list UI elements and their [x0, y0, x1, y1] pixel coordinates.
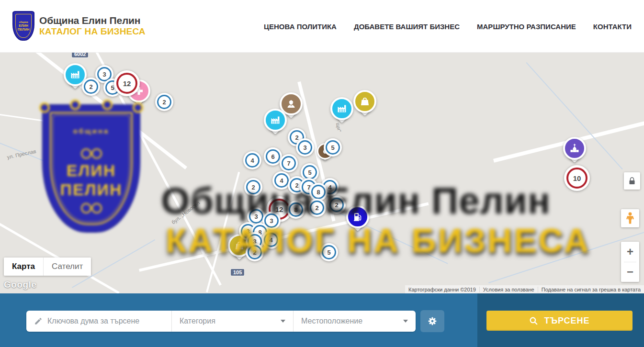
cluster-marker[interactable]: 10	[564, 165, 590, 191]
cluster-marker[interactable]: 5	[324, 138, 342, 157]
nav-route-schedule[interactable]: МАРШРУТНО РАЗПИСАНИЕ	[477, 22, 576, 31]
crest-text: община	[19, 20, 28, 24]
cluster-marker[interactable]: 5	[320, 243, 338, 261]
cluster-marker[interactable]: 2	[82, 78, 100, 96]
advanced-settings-button[interactable]	[420, 310, 444, 332]
map-type-satellite-button[interactable]: Сателит	[44, 257, 91, 276]
lock-icon	[629, 177, 635, 185]
street-view-pegman-button[interactable]	[621, 209, 639, 227]
pin-church-marker[interactable]	[563, 137, 586, 160]
main-nav: ЦЕНОВА ПОЛИТИКА ДОБАВЕТЕ ВАШИЯТ БИЗНЕС М…	[264, 0, 632, 53]
municipality-crest-icon: община ЕЛИН ПЕЛИН	[12, 11, 34, 41]
zoom-in-button[interactable]: +	[621, 242, 639, 262]
factory-icon	[336, 103, 348, 114]
search-bar: Категория Местоположение	[0, 293, 644, 347]
search-fields: Категория Местоположение	[26, 311, 416, 332]
nav-contacts[interactable]: КОНТАКТИ	[593, 22, 632, 31]
pin-factory-marker[interactable]	[330, 97, 353, 120]
nav-pricing[interactable]: ЦЕНОВА ПОЛИТИКА	[264, 22, 337, 31]
street-name-label: ул. Преслав	[6, 148, 36, 160]
cluster-marker[interactable]: 2	[246, 243, 264, 261]
lock-button[interactable]	[624, 172, 640, 190]
map-attribution: Картографски данни ©2019 Условия за полз…	[405, 285, 644, 293]
pin-factory-marker[interactable]	[264, 109, 287, 132]
cluster-marker[interactable]: 2	[155, 93, 173, 111]
header: община ЕЛИН ПЕЛИН Община Елин Пелин КАТА…	[0, 0, 644, 53]
map-canvas[interactable]: 6002105ул. Преславбул. „Новоселщи" 32512…	[0, 53, 644, 293]
road-number-badge: 6002	[72, 53, 88, 57]
cluster-marker[interactable]: 2	[244, 178, 262, 196]
pencil-icon	[34, 317, 43, 325]
factory-icon	[270, 114, 281, 126]
chevron-down-icon	[281, 320, 285, 323]
factory-icon	[69, 69, 81, 80]
search-button[interactable]: ТЪРСЕНЕ	[486, 311, 633, 331]
cluster-marker[interactable]: 3	[296, 138, 314, 157]
attribution-copyright: Картографски данни ©2019	[405, 287, 479, 292]
report-error-link[interactable]: Подаване на сигнал за грешка в картата	[538, 287, 644, 292]
cluster-marker[interactable]: 2	[328, 196, 346, 214]
chevron-down-icon	[403, 320, 408, 323]
fuel-icon	[352, 211, 363, 223]
terms-link[interactable]: Условия за ползване	[479, 287, 538, 292]
worker-icon	[285, 98, 297, 110]
bag-icon	[359, 96, 371, 107]
cluster-marker[interactable]: 4	[243, 151, 261, 169]
gear-icon	[427, 316, 438, 326]
category-dropdown[interactable]: Категория	[171, 311, 293, 332]
google-logo: Google	[4, 280, 36, 290]
site-logo[interactable]: община ЕЛИН ПЕЛИН Община Елин Пелин КАТА…	[12, 11, 146, 41]
cluster-marker[interactable]: 2	[308, 199, 326, 217]
street-name-label: щи"	[335, 123, 342, 133]
road-number-badge: 105	[231, 269, 244, 276]
pin-bag-marker[interactable]	[353, 90, 376, 113]
map-type-map-button[interactable]: Карта	[4, 257, 44, 276]
zoom-control: + −	[621, 242, 639, 282]
cluster-marker[interactable]: 8	[287, 201, 305, 219]
nav-add-business[interactable]: ДОБАВЕТЕ ВАШИЯТ БИЗНЕС	[354, 22, 460, 31]
keyword-search-input[interactable]	[47, 317, 171, 325]
zoom-out-button[interactable]: −	[621, 262, 639, 282]
watermark-crest: община ЕЛИН ПЕЛИН	[42, 104, 140, 233]
cluster-marker[interactable]: 4	[262, 231, 280, 249]
church-icon	[569, 143, 580, 154]
logo-subtitle: КАТАЛОГ НА БИЗНЕСА	[39, 26, 146, 37]
cluster-marker[interactable]: 7	[280, 154, 298, 172]
cluster-marker[interactable]: 12	[114, 70, 140, 96]
pegman-icon	[626, 212, 634, 224]
location-dropdown[interactable]: Местоположение	[293, 311, 416, 332]
logo-title: Община Елин Пелин	[39, 15, 146, 26]
search-icon	[529, 316, 538, 325]
app: община ЕЛИН ПЕЛИН Община Елин Пелин КАТА…	[0, 0, 644, 347]
keyword-field-wrap	[26, 311, 171, 332]
map-type-toggle: Карта Сателит	[4, 257, 91, 276]
pin-fuel-marker[interactable]	[346, 205, 369, 228]
bag-icon	[234, 240, 245, 251]
